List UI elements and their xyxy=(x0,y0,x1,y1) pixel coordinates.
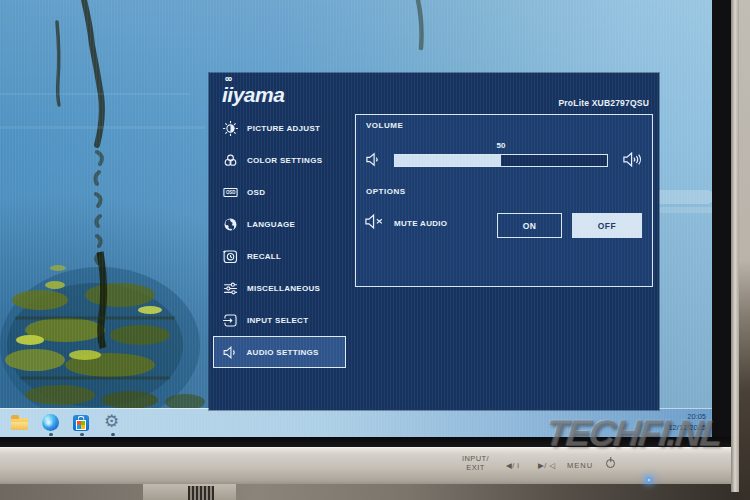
osd-window-icon: OSD xyxy=(222,184,239,201)
background-wall xyxy=(739,0,750,500)
left-info-button[interactable]: ◀/ i xyxy=(506,461,519,470)
menu-item-label: PICTURE ADJUST xyxy=(247,124,320,133)
screen-inner-bezel-right xyxy=(712,0,733,449)
bezel-side-edge xyxy=(731,0,739,492)
menu-item-miscellaneous[interactable]: MISCELLANEOUS xyxy=(213,272,363,304)
monitor-stand xyxy=(143,484,236,500)
menu-item-label: RECALL xyxy=(247,252,281,261)
menu-button[interactable]: MENU xyxy=(567,461,593,470)
menu-item-color-settings[interactable]: COLOR SETTINGS xyxy=(213,144,363,176)
menu-item-language[interactable]: LANGUAGE xyxy=(213,208,363,240)
power-button[interactable] xyxy=(606,459,615,468)
watermark: TECHFI.NL xyxy=(544,413,724,455)
menu-item-recall[interactable]: RECALL xyxy=(213,240,363,272)
osd-panel: iiyama ProLite XUB2797QSU PICTURE ADJUST xyxy=(209,73,659,410)
volume-fill xyxy=(395,155,501,166)
globe-icon xyxy=(222,216,239,233)
svg-text:OSD: OSD xyxy=(226,190,236,195)
color-circles-icon xyxy=(222,152,239,169)
brightness-icon xyxy=(222,120,239,137)
settings-gear-icon[interactable]: ⚙ xyxy=(104,414,122,432)
menu-item-label: INPUT SELECT xyxy=(247,316,308,325)
monitor-model: ProLite XUB2797QSU xyxy=(558,98,649,108)
running-indicator xyxy=(80,433,84,436)
running-indicator xyxy=(111,433,115,436)
menu-item-input-select[interactable]: INPUT SELECT xyxy=(213,304,363,336)
file-explorer-icon[interactable] xyxy=(11,414,29,432)
audio-settings-panel: VOLUME 50 OPTIONS xyxy=(355,114,653,287)
menu-item-osd[interactable]: OSD OSD xyxy=(213,176,363,208)
input-exit-button[interactable]: INPUT/ EXIT xyxy=(462,455,489,472)
options-label: OPTIONS xyxy=(366,187,406,196)
taskbar-icons: ⚙ xyxy=(11,414,122,432)
input-select-icon xyxy=(222,312,239,329)
menu-item-label: MISCELLANEOUS xyxy=(247,284,320,293)
volume-slider[interactable]: 50 xyxy=(394,154,608,167)
right-volume-button[interactable]: ▶/ ◁ xyxy=(538,461,555,470)
menu-item-picture-adjust[interactable]: PICTURE ADJUST xyxy=(213,112,363,144)
speaker-mute-icon xyxy=(364,211,387,232)
monitor-photo: ⚙ 20:05 12/12/2025 iiyama ProLite XUB279… xyxy=(0,0,750,500)
stand-sticker xyxy=(188,486,214,500)
store-icon[interactable] xyxy=(73,414,91,432)
recall-clock-icon xyxy=(222,248,239,265)
menu-item-audio-settings[interactable]: AUDIO SETTINGS xyxy=(213,336,346,368)
menu-item-label: COLOR SETTINGS xyxy=(247,156,322,165)
menu-item-label: LANGUAGE xyxy=(247,220,295,229)
mute-off-button[interactable]: OFF xyxy=(572,213,642,238)
iiyama-logo: iiyama xyxy=(222,83,284,107)
running-indicator xyxy=(49,433,53,436)
menu-item-label: AUDIO SETTINGS xyxy=(247,348,319,357)
monitor-screen: ⚙ 20:05 12/12/2025 iiyama ProLite XUB279… xyxy=(0,0,714,437)
volume-label: VOLUME xyxy=(366,121,403,130)
power-led xyxy=(646,477,652,483)
speaker-low-icon xyxy=(365,150,384,169)
osd-menu: PICTURE ADJUST COLOR SETTINGS OSD xyxy=(213,112,363,368)
menu-item-label: OSD xyxy=(247,188,265,197)
edge-icon[interactable] xyxy=(42,414,60,432)
volume-value: 50 xyxy=(497,141,506,150)
sliders-icon xyxy=(222,280,239,297)
mute-audio-label: MUTE AUDIO xyxy=(394,219,447,228)
desk-shadow xyxy=(0,484,739,500)
mute-on-button[interactable]: ON xyxy=(497,213,562,238)
speaker-icon xyxy=(222,344,239,361)
speaker-high-icon xyxy=(622,148,645,171)
